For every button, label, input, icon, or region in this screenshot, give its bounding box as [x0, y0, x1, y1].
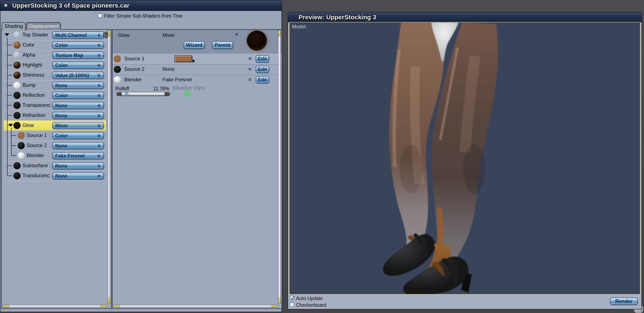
shader-type-dropdown[interactable]: Value (0-100%) — [52, 72, 104, 79]
shader-type-dropdown[interactable]: Mixer — [52, 122, 104, 129]
dropdown-value: Color — [55, 133, 68, 139]
chevron-down-icon — [98, 83, 102, 88]
scroll-thumb[interactable] — [278, 298, 280, 304]
detail-vertical-scrollbar[interactable] — [278, 30, 281, 304]
chevron-down-icon[interactable] — [248, 67, 253, 72]
tree-row-color[interactable]: Color Color — [4, 40, 106, 50]
tree-row-subsurface[interactable]: Subsurface : None — [4, 161, 106, 171]
chevron-down-icon[interactable] — [248, 56, 253, 61]
shader-type-dropdown[interactable]: Color — [52, 41, 104, 49]
render-button[interactable]: Render — [610, 298, 638, 305]
detail-row-label: Source 2 — [124, 64, 144, 74]
tree-horizontal-scrollbar[interactable] — [2, 305, 107, 307]
tree-row-alpha[interactable]: Alpha Texture Map — [4, 50, 106, 61]
tree-row-reflection[interactable]: Reflection Color — [4, 90, 106, 101]
shader-type-dropdown[interactable]: None — [52, 112, 104, 119]
tree-item-label: Source 2 — [27, 141, 47, 150]
source-1-color-swatch[interactable] — [174, 55, 192, 62]
auto-update-checkbox[interactable] — [290, 296, 294, 300]
dropdown-value: Color — [55, 93, 68, 98]
shader-type-dropdown[interactable]: None — [52, 142, 104, 149]
wizard-button[interactable]: Wizard — [184, 41, 205, 49]
edit-source-1-button[interactable]: Edit — [256, 55, 269, 62]
shader-type-dropdown[interactable]: None — [52, 172, 104, 179]
shader-window-titlebar[interactable]: UpperStocking 3 of Space pioneers.car — [0, 0, 282, 11]
tree-row-glow-selected[interactable]: Glow Mixer — [4, 121, 106, 131]
preview-window: Preview: UpperStocking 3 Model — [288, 12, 642, 310]
shader-window-title: UpperStocking 3 of Space pioneers.car — [12, 2, 130, 9]
tree-item-label: Shininess — [22, 70, 44, 80]
tab-shading[interactable]: Shading — [2, 22, 26, 31]
filter-subshaders-checkbox[interactable] — [98, 13, 102, 18]
tree-row-blender[interactable]: Blender Fake Fresnel — [4, 151, 106, 161]
tree-row-top-shader[interactable]: Top Shader Multi Channel — [4, 30, 106, 40]
checkerboard-checkbox[interactable] — [290, 303, 294, 307]
window-widget-icon[interactable] — [4, 3, 8, 7]
tree-row-highlight[interactable]: Highlight Color — [4, 60, 106, 71]
rolloff-slider[interactable] — [116, 92, 170, 96]
chevron-down-icon[interactable] — [248, 77, 253, 82]
scroll-thumb[interactable] — [278, 30, 280, 36]
scroll-thumb[interactable] — [101, 305, 107, 307]
scroll-thumb[interactable] — [108, 30, 110, 36]
shader-type-dropdown[interactable]: Texture Map — [52, 51, 104, 59]
tab-displacement[interactable]: Displacement — [26, 22, 61, 30]
dropdown-value: None — [55, 113, 68, 119]
scroll-thumb[interactable] — [114, 305, 120, 307]
expander-triangle-icon[interactable] — [4, 33, 9, 36]
detail-row-label: Source 1 — [124, 54, 144, 64]
tree-vertical-scrollbar[interactable] — [108, 30, 110, 304]
tree-item-label: Translucenc — [22, 171, 50, 180]
tree-row-refraction[interactable]: Refraction None — [4, 110, 106, 121]
chevron-down-icon — [98, 93, 102, 98]
tree-row-translucency[interactable]: Translucenc None — [4, 171, 106, 181]
shader-type-dropdown[interactable]: None — [52, 102, 104, 109]
edit-blender-button[interactable]: Edit — [256, 76, 269, 83]
detail-horizontal-scrollbar[interactable] — [113, 305, 278, 307]
preview-window-titlebar[interactable]: Preview: UpperStocking 3 — [288, 12, 642, 22]
tree-row-source-1[interactable]: Source 1 Color — [4, 131, 106, 141]
stocking-legs-render — [290, 22, 640, 294]
shader-type-dropdown[interactable]: None — [52, 162, 104, 169]
edit-source-2-button[interactable]: Edit — [256, 66, 269, 73]
detail-row-blender[interactable]: Blender Fake Fresnel Edit — [112, 75, 282, 85]
tree-item-label: Top Shader — [22, 30, 48, 40]
parent-button[interactable]: Parent — [212, 41, 233, 49]
tree-row-shininess[interactable]: Shininess Value (0-100%) — [4, 70, 106, 81]
shader-type-dropdown[interactable]: Multi Channel — [52, 31, 104, 38]
tree-item-label: Subsurface : — [22, 161, 51, 170]
viewport-mode-label: Model — [292, 24, 306, 29]
tree-item-label: Glow — [22, 121, 34, 130]
tree-item-label: Blender — [27, 151, 44, 160]
tree-row-transparency[interactable]: Transparenc None — [4, 100, 106, 111]
detail-row-source-1[interactable]: Source 1 Edit — [112, 54, 282, 65]
tree-item-label: Refraction — [22, 110, 45, 120]
expander-triangle-icon[interactable] — [8, 124, 13, 127]
scroll-thumb[interactable] — [108, 298, 110, 304]
shader-type-dropdown[interactable]: Color — [52, 62, 104, 69]
detail-shader-type: Mixer — [162, 32, 175, 38]
rolloff-value[interactable]: 11.76% — [144, 86, 169, 92]
chevron-down-icon — [98, 53, 102, 58]
scroll-thumb[interactable] — [3, 305, 9, 307]
shader-type-dropdown[interactable]: Color — [52, 92, 104, 99]
checkerboard-label: Checkerboard — [296, 302, 326, 308]
dropdown-value: None — [55, 163, 68, 169]
tree-trunk-line — [7, 38, 8, 176]
shader-preview-sphere — [247, 31, 267, 51]
model-viewport[interactable]: Model — [289, 22, 640, 295]
shader-tree-panel: Top Shader Multi Channel Color Color Alp… — [1, 29, 112, 309]
rolloff-slider-thumb[interactable] — [124, 92, 129, 96]
tree-item-label: Highlight — [22, 60, 42, 70]
shader-type-dropdown[interactable]: Fake Fresnel — [52, 152, 104, 159]
shader-type-dropdown[interactable]: None — [52, 82, 104, 89]
tree-row-bump[interactable]: Bump None — [4, 80, 106, 91]
tab-shading-label: Shading — [4, 23, 23, 29]
tree-row-source-2[interactable]: Source 2 None — [4, 141, 106, 151]
shader-type-dropdown[interactable]: Color — [52, 132, 104, 139]
chevron-down-icon[interactable] — [235, 32, 240, 37]
chevron-down-icon — [98, 133, 102, 138]
dropdown-value: None — [55, 83, 68, 88]
scroll-thumb[interactable] — [272, 305, 278, 307]
detail-row-source-2[interactable]: Source 2 None Edit — [112, 64, 282, 75]
